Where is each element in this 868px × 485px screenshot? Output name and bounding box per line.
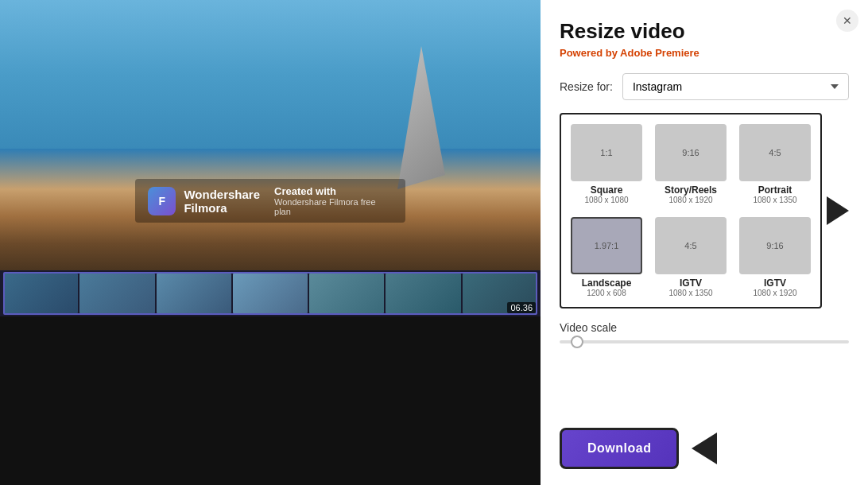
- format-grid: 1:1 Square 1080 x 1080 9:16 Story/Reels …: [560, 113, 822, 308]
- panel-title: Resize video: [560, 19, 849, 44]
- created-with-text: Created with Wondershare Filmora free pl…: [274, 185, 393, 216]
- timeline-thumb-3: [157, 274, 231, 313]
- download-button[interactable]: Download: [560, 428, 679, 469]
- timeline-timecode: 06.36: [507, 302, 536, 313]
- sail-decoration: [397, 46, 445, 189]
- format-name-square: Square: [591, 184, 623, 196]
- format-dims-portrait: 1080 x 1350: [753, 196, 796, 204]
- format-card-landscape[interactable]: 1.97:1 Landscape 1200 x 608: [568, 214, 645, 301]
- format-name-story: Story/Reels: [665, 184, 717, 196]
- format-card-igtv1[interactable]: 4:5 IGTV 1080 x 1350: [652, 214, 730, 301]
- scroll-right-arrow[interactable]: [827, 195, 849, 227]
- timeline-thumb-1: [3, 274, 78, 313]
- format-name-igtv1: IGTV: [680, 277, 702, 289]
- format-card-igtv2[interactable]: 9:16 IGTV 1080 x 1920: [736, 214, 814, 301]
- timeline-thumb-5: [309, 274, 384, 313]
- format-thumb-landscape: 1.97:1: [571, 217, 642, 274]
- scale-slider-thumb[interactable]: [571, 336, 583, 348]
- format-thumb-portrait: 4:5: [739, 124, 811, 181]
- format-thumb-square: 1:1: [571, 124, 642, 181]
- format-thumb-igtv1: 4:5: [655, 217, 727, 274]
- format-name-igtv2: IGTV: [764, 277, 786, 289]
- timeline-strip: 06.36: [0, 270, 541, 316]
- watermark-text: Wondershare Filmora: [184, 188, 260, 215]
- right-panel: ✕ Resize video Powered by Adobe Premiere…: [541, 0, 868, 485]
- timeline-thumb-2: [79, 274, 154, 313]
- video-scale-section: Video scale: [560, 321, 849, 343]
- format-dims-igtv1: 1080 x 1350: [668, 289, 712, 297]
- adobe-premiere-brand: Adobe Premiere: [620, 47, 699, 59]
- format-thumb-story: 9:16: [655, 124, 727, 181]
- brand-name: Wondershare Filmora: [184, 188, 260, 215]
- timeline-thumb-6: [386, 274, 460, 313]
- format-dims-igtv2: 1080 x 1920: [753, 289, 796, 297]
- arrow-left-icon: [692, 433, 717, 464]
- format-dims-square: 1080 x 1080: [584, 196, 628, 204]
- video-preview: F Wondershare Filmora Created with Wonde…: [0, 0, 541, 270]
- watermark-overlay: F Wondershare Filmora Created with Wonde…: [135, 179, 405, 223]
- video-scale-label: Video scale: [560, 321, 849, 334]
- format-card-story[interactable]: 9:16 Story/Reels 1080 x 1920: [652, 121, 730, 208]
- left-panel: F Wondershare Filmora Created with Wonde…: [0, 0, 541, 485]
- format-name-landscape: Landscape: [582, 277, 632, 289]
- download-arrow: [692, 433, 717, 464]
- arrow-right-icon: [827, 196, 849, 225]
- timeline-thumb-4: [233, 274, 308, 313]
- filmora-logo-icon: F: [148, 187, 176, 215]
- format-thumb-igtv2: 9:16: [739, 217, 811, 274]
- format-name-portrait: Portrait: [758, 184, 792, 196]
- resize-for-select[interactable]: Instagram YouTube Twitter TikTok Faceboo…: [622, 73, 849, 100]
- format-card-square[interactable]: 1:1 Square 1080 x 1080: [568, 121, 645, 208]
- scale-slider-track[interactable]: [560, 340, 849, 343]
- format-card-portrait[interactable]: 4:5 Portrait 1080 x 1350: [736, 121, 814, 208]
- panel-subtitle: Powered by Adobe Premiere: [560, 47, 849, 59]
- resize-for-label: Resize for:: [560, 80, 613, 93]
- download-row: Download: [560, 428, 849, 469]
- format-dims-story: 1080 x 1920: [668, 196, 712, 204]
- format-grid-container: 1:1 Square 1080 x 1080 9:16 Story/Reels …: [560, 113, 849, 308]
- close-button[interactable]: ✕: [836, 10, 858, 32]
- format-dims-landscape: 1200 x 608: [587, 289, 626, 297]
- resize-for-row: Resize for: Instagram YouTube Twitter Ti…: [560, 73, 849, 100]
